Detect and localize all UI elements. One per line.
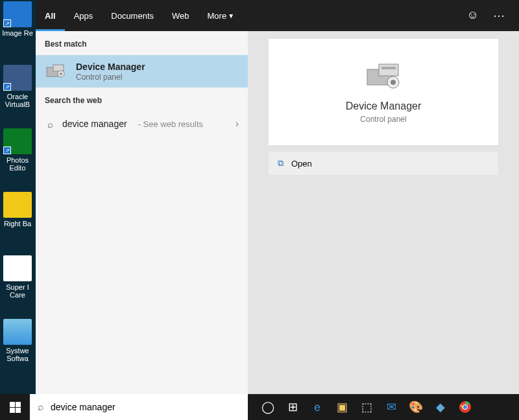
- cortana-icon[interactable]: ◯: [257, 394, 279, 420]
- store-icon[interactable]: ⬚: [356, 394, 378, 420]
- desktop-icon-photos[interactable]: ↗Photos Edito: [0, 128, 35, 172]
- desktop-icon-rightba[interactable]: Right Ba: [0, 192, 35, 228]
- preview-title: Device Manager: [346, 100, 422, 112]
- desktop-icon-super[interactable]: Super I Care: [0, 255, 35, 299]
- best-match-label: Best match: [36, 31, 248, 55]
- result-subtitle: Control panel: [76, 73, 145, 82]
- preview-hero: Device Manager Control panel: [269, 39, 498, 145]
- svg-rect-5: [379, 64, 398, 76]
- desktop-icon-oracle[interactable]: ↗Oracle VirtualB: [0, 65, 35, 108]
- svg-point-11: [463, 405, 467, 409]
- tab-all[interactable]: All: [36, 0, 65, 31]
- search-web-label: Search the web: [36, 88, 248, 111]
- windows-icon: [10, 402, 21, 413]
- svg-rect-6: [381, 67, 396, 69]
- result-title: Device Manager: [76, 62, 145, 72]
- open-icon: ⧉: [278, 158, 284, 169]
- svg-rect-1: [53, 65, 64, 71]
- device-manager-icon: [45, 60, 67, 82]
- tab-web[interactable]: Web: [163, 0, 199, 31]
- results-panel: Best match Device Manager Control panel …: [36, 31, 248, 394]
- tab-more[interactable]: More▼: [199, 0, 244, 31]
- result-device-manager[interactable]: Device Manager Control panel: [36, 55, 248, 88]
- chevron-down-icon: ▼: [228, 12, 234, 19]
- open-label: Open: [291, 159, 312, 169]
- tab-apps[interactable]: Apps: [65, 0, 103, 31]
- chrome-icon[interactable]: [454, 394, 476, 420]
- device-manager-icon: [365, 60, 402, 91]
- web-result[interactable]: ⌕ device manager - See web results ›: [36, 111, 248, 136]
- open-action[interactable]: ⧉ Open: [269, 152, 498, 175]
- chevron-right-icon: ›: [235, 118, 239, 130]
- edge-icon[interactable]: ｅ: [306, 394, 328, 420]
- preview-subtitle: Control panel: [360, 115, 406, 124]
- desktop-icon-image[interactable]: ↗Image Re: [0, 1, 35, 37]
- file-explorer-icon[interactable]: ▣: [331, 394, 353, 420]
- search-icon: ⌕: [38, 401, 44, 413]
- desktop-icon-systwe[interactable]: Systwe Softwa: [0, 319, 35, 362]
- ellipsis-icon[interactable]: ⋯: [493, 8, 505, 23]
- preview-panel: Device Manager Control panel ⧉ Open: [248, 31, 519, 394]
- taskbar: ⌕ ◯ ⊞ ｅ ▣ ⬚ ✉ 🎨 ◆: [0, 394, 519, 420]
- feedback-icon[interactable]: ☺: [467, 8, 479, 23]
- task-view-icon[interactable]: ⊞: [282, 394, 304, 420]
- search-input[interactable]: [51, 402, 240, 412]
- app-icon[interactable]: ◆: [429, 394, 452, 420]
- svg-point-3: [60, 73, 62, 75]
- web-hint: - See web results: [138, 119, 203, 129]
- start-button[interactable]: [0, 394, 30, 420]
- search-header: All Apps Documents Web More▼ ☺ ⋯: [36, 0, 519, 31]
- mail-icon[interactable]: ✉: [380, 394, 402, 420]
- tab-documents[interactable]: Documents: [102, 0, 163, 31]
- svg-point-8: [391, 80, 396, 85]
- paint-icon[interactable]: 🎨: [405, 394, 427, 420]
- search-icon: ⌕: [47, 119, 53, 130]
- web-query: device manager: [62, 119, 127, 129]
- taskbar-search[interactable]: ⌕: [30, 394, 248, 420]
